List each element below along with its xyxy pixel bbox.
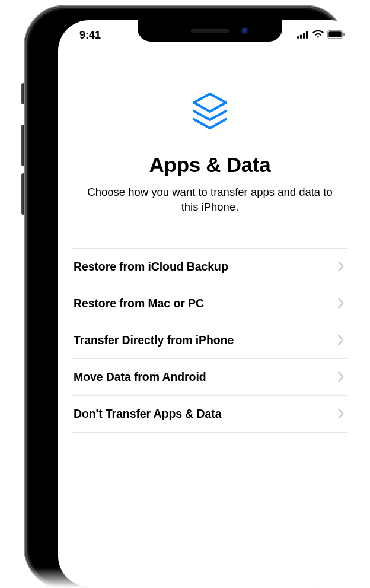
svg-rect-6: [343, 33, 345, 36]
svg-rect-3: [306, 31, 308, 39]
earpiece-speaker: [191, 29, 229, 33]
battery-icon: [327, 29, 345, 42]
option-transfer-iphone[interactable]: Transfer Directly from iPhone: [72, 322, 347, 359]
option-label: Transfer Directly from iPhone: [74, 333, 234, 347]
svg-rect-0: [297, 36, 299, 39]
chevron-right-icon: [338, 298, 344, 309]
layers-icon: [189, 91, 231, 136]
option-label: Move Data from Android: [74, 370, 206, 384]
chevron-right-icon: [338, 408, 344, 419]
option-label: Restore from iCloud Backup: [74, 260, 228, 274]
option-label: Restore from Mac or PC: [74, 297, 204, 310]
svg-rect-1: [300, 34, 302, 39]
cellular-signal-icon: [297, 29, 309, 42]
page-title: Apps & Data: [72, 153, 347, 177]
chevron-right-icon: [338, 335, 344, 345]
svg-rect-2: [303, 33, 305, 39]
svg-marker-7: [194, 94, 226, 112]
screen: 9:41: [58, 20, 362, 587]
chevron-right-icon: [338, 371, 344, 382]
svg-rect-5: [328, 31, 341, 37]
front-camera: [241, 27, 249, 35]
page-subtitle: Choose how you want to transfer apps and…: [72, 185, 347, 215]
option-label: Don't Transfer Apps & Data: [74, 407, 221, 421]
option-dont-transfer[interactable]: Don't Transfer Apps & Data: [72, 396, 347, 433]
chevron-right-icon: [338, 261, 344, 272]
options-list: Restore from iCloud Backup Restore from …: [72, 248, 347, 433]
option-restore-mac-pc[interactable]: Restore from Mac or PC: [72, 285, 347, 322]
phone-frame: 9:41: [25, 6, 345, 588]
status-time: 9:41: [79, 29, 101, 42]
option-restore-icloud[interactable]: Restore from iCloud Backup: [72, 249, 347, 285]
notch: [138, 20, 282, 42]
option-move-android[interactable]: Move Data from Android: [72, 359, 347, 396]
status-indicators: [297, 29, 345, 42]
wifi-icon: [312, 29, 324, 42]
setup-content: Apps & Data Choose how you want to trans…: [58, 50, 362, 433]
